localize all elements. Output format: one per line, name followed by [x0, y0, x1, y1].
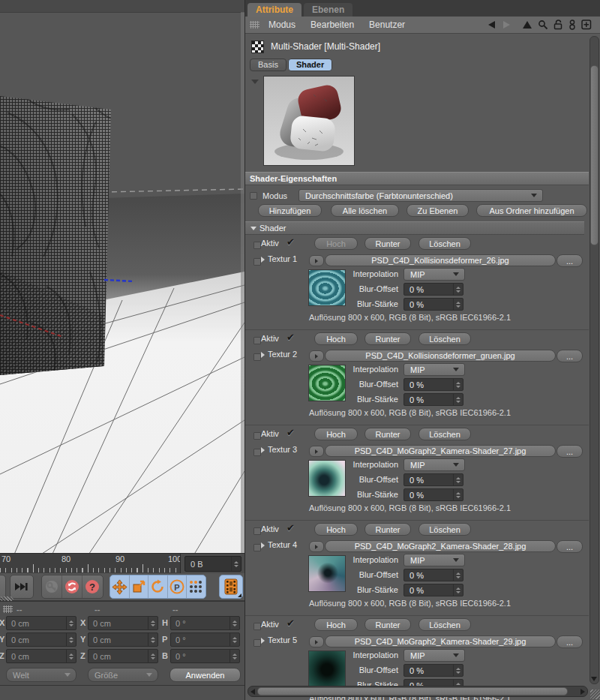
move-tool-button[interactable] — [110, 575, 130, 598]
grid-dots-button[interactable] — [187, 575, 206, 598]
shader-popup-button[interactable] — [309, 446, 324, 457]
collapse-arrow-icon[interactable] — [251, 80, 259, 84]
hoch-button[interactable]: Hoch — [314, 523, 358, 536]
scroll-right-arrow-icon[interactable] — [580, 689, 585, 695]
scroll-left-arrow-icon[interactable] — [250, 689, 255, 695]
rot-b-field[interactable]: 0 ° — [170, 649, 240, 663]
vertical-scrollbar-thumb[interactable] — [590, 65, 598, 245]
aktiv-checkbox[interactable]: ✔ — [286, 427, 295, 438]
size-x-field[interactable]: 0 cm — [88, 616, 158, 630]
blur-staerke-field[interactable]: 0 % — [404, 393, 464, 406]
alle-loeschen-button[interactable]: Alle löschen — [331, 204, 399, 217]
aktiv-checkbox[interactable]: ✔ — [286, 332, 295, 343]
loeschen-button[interactable]: Löschen — [418, 237, 471, 250]
horizontal-scrollbar[interactable] — [248, 686, 588, 697]
size-mode-dropdown[interactable]: Größe — [88, 668, 158, 682]
runter-button[interactable]: Runter — [364, 237, 411, 250]
browse-button[interactable]: ... — [556, 254, 583, 267]
hoch-button[interactable]: Hoch — [314, 237, 358, 250]
help-button[interactable]: ? — [82, 575, 102, 598]
coordinates-button[interactable]: P — [168, 575, 188, 598]
rot-p-field[interactable]: 0 ° — [170, 632, 240, 647]
texture-filename-field[interactable]: PSD_C4D_Kollisionsdeformer_gruen.jpg — [325, 350, 556, 362]
interpolation-dropdown[interactable]: MIP — [404, 554, 465, 566]
blur-staerke-field[interactable]: 0 % — [404, 488, 464, 501]
interpolation-dropdown[interactable]: MIP — [404, 268, 465, 281]
interpolation-dropdown[interactable]: MIP — [404, 649, 465, 662]
tab-attribute[interactable]: Attribute — [248, 3, 302, 17]
vertical-scrollbar[interactable] — [590, 36, 599, 684]
rotate-tool-button[interactable] — [148, 575, 168, 598]
loeschen-button[interactable]: Löschen — [418, 428, 471, 440]
aktiv-keyframe-checkbox[interactable] — [254, 432, 261, 440]
users-icon[interactable] — [568, 20, 576, 30]
menu-modus[interactable]: Modus — [268, 20, 296, 30]
tab-shader[interactable]: Shader — [288, 59, 332, 71]
timeline[interactable]: 70 80 90 100 0 B — [0, 553, 244, 574]
tab-basis[interactable]: Basis — [250, 59, 286, 71]
texture-filename-field[interactable]: PSD_C4D_MoGraph2_Kamera-Shader_27.jpg — [325, 445, 556, 457]
aktiv-checkbox[interactable]: ✔ — [286, 522, 295, 533]
rot-h-field[interactable]: 0 ° — [170, 616, 240, 630]
aktiv-keyframe-checkbox[interactable] — [254, 337, 261, 344]
goto-end-button[interactable] — [10, 575, 34, 599]
partial-button[interactable] — [0, 575, 6, 599]
size-y-field[interactable]: 0 cm — [88, 632, 158, 647]
modus-keyframe-checkbox[interactable] — [250, 192, 257, 200]
loeschen-button[interactable]: Löschen — [418, 618, 471, 631]
loeschen-button[interactable]: Löschen — [418, 523, 471, 536]
window-resize-grip[interactable] — [590, 689, 600, 699]
expand-arrow-icon[interactable] — [261, 542, 265, 548]
browse-button[interactable]: ... — [556, 445, 583, 458]
textur-keyframe-checkbox[interactable] — [254, 353, 261, 361]
aus-ordner-button[interactable]: Aus Ordner hinzufügen — [476, 204, 587, 217]
hoch-button[interactable]: Hoch — [314, 332, 358, 345]
menubar-grip-icon[interactable] — [250, 21, 260, 29]
expand-arrow-icon[interactable] — [261, 352, 265, 358]
hoch-button[interactable]: Hoch — [314, 618, 358, 631]
hoch-button[interactable]: Hoch — [314, 428, 358, 440]
horizontal-scrollbar-thumb[interactable] — [257, 687, 568, 695]
add-panel-icon[interactable] — [581, 20, 592, 30]
aktiv-checkbox[interactable]: ✔ — [286, 236, 295, 248]
blur-offset-field[interactable]: 0 % — [404, 283, 464, 296]
shader-popup-button[interactable] — [309, 541, 324, 552]
shader-popup-button[interactable] — [309, 636, 324, 647]
expand-arrow-icon[interactable] — [261, 638, 265, 644]
aktiv-keyframe-checkbox[interactable] — [254, 527, 261, 535]
modus-dropdown[interactable]: Durchschnittsfarbe (Farbtonunterschied) — [298, 189, 543, 202]
expand-arrow-icon[interactable] — [261, 257, 265, 263]
blur-offset-field[interactable]: 0 % — [404, 473, 464, 486]
timeline-ruler[interactable]: 70 80 90 100 — [0, 554, 181, 573]
back-icon[interactable] — [486, 20, 496, 29]
runter-button[interactable]: Runter — [364, 428, 411, 440]
menu-benutzer[interactable]: Benutzer — [369, 20, 405, 30]
frame-number-field[interactable]: 0 B — [184, 556, 242, 572]
textur-keyframe-checkbox[interactable] — [254, 544, 261, 551]
shader-popup-button[interactable] — [309, 350, 324, 362]
hinzufuegen-button[interactable]: Hinzufügen — [258, 204, 322, 217]
texture-filename-field[interactable]: PSD_C4D_MoGraph2_Kamera-Shader_29.jpg — [325, 635, 556, 647]
aktiv-checkbox[interactable]: ✔ — [286, 617, 295, 629]
coordinate-system-dropdown[interactable]: Welt — [6, 668, 76, 682]
interpolation-dropdown[interactable]: MIP — [404, 363, 465, 376]
blur-staerke-field[interactable]: 0 % — [404, 584, 464, 596]
loeschen-button[interactable]: Löschen — [418, 332, 471, 345]
blur-offset-field[interactable]: 0 % — [404, 378, 464, 391]
textur-keyframe-checkbox[interactable] — [254, 449, 261, 456]
scroll-down-arrow-icon[interactable] — [591, 677, 597, 681]
scale-tool-button[interactable] — [130, 575, 149, 598]
menu-bearbeiten[interactable]: Bearbeiten — [310, 20, 354, 30]
shader-preview-image[interactable] — [263, 76, 355, 166]
frame-stepper[interactable] — [231, 557, 241, 571]
3d-viewport[interactable] — [0, 0, 244, 553]
texture-filename-field[interactable]: PSD_C4D_Kollisionsdeformer_26.jpg — [325, 254, 556, 266]
forward-icon[interactable] — [502, 20, 512, 29]
pos-z-field[interactable]: 0 cm — [6, 649, 76, 663]
up-icon[interactable] — [522, 20, 532, 29]
pos-x-field[interactable]: 0 cm — [6, 616, 76, 630]
apply-button[interactable]: Anwenden — [170, 668, 241, 682]
size-z-field[interactable]: 0 cm — [88, 649, 158, 663]
blur-offset-field[interactable]: 0 % — [404, 569, 464, 581]
tab-ebenen[interactable]: Ebenen — [304, 3, 352, 17]
